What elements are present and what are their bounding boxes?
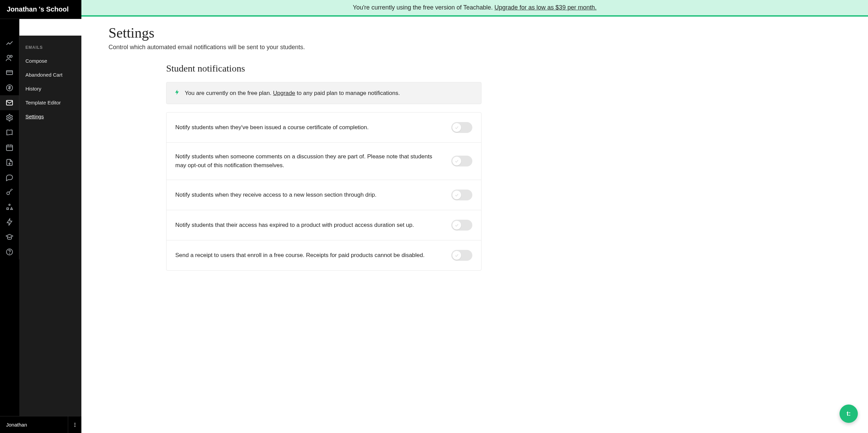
nav-dashboard-icon[interactable] <box>0 36 19 51</box>
nav-comments-icon[interactable] <box>0 170 19 185</box>
toggle-drip[interactable] <box>451 190 472 200</box>
upgrade-banner: You're currently using the free version … <box>81 0 868 17</box>
svg-point-12 <box>7 192 9 195</box>
setting-row-access-expired: Notify students that their access has ex… <box>166 210 481 240</box>
nav-sales-icon[interactable] <box>0 80 19 95</box>
sidebar-item-compose[interactable]: Compose <box>19 54 81 68</box>
main-content: Settings Control which automated email n… <box>81 17 868 433</box>
sidebar-item-history[interactable]: History <box>19 82 81 96</box>
svg-point-0 <box>7 55 10 58</box>
toggle-receipt[interactable] <box>451 250 472 261</box>
svg-point-20 <box>74 424 75 425</box>
nav-power-icon[interactable] <box>0 215 19 230</box>
sidebar-item-settings[interactable]: Settings <box>19 110 81 123</box>
emails-sub-sidebar: EMAILS Compose Abandoned Cart History Te… <box>19 36 81 433</box>
notice-text: You are currently on the free plan. Upgr… <box>185 90 400 97</box>
setting-label: Notify students when they receive access… <box>175 191 441 199</box>
svg-rect-14 <box>7 208 8 210</box>
svg-rect-2 <box>6 71 13 75</box>
setting-row-discussion: Notify students when someone comments on… <box>166 143 481 180</box>
user-name[interactable]: Jonathan <box>0 422 68 428</box>
chat-fab-label: t: <box>847 410 851 417</box>
setting-label: Notify students when someone comments on… <box>175 152 441 170</box>
svg-point-18 <box>9 254 10 254</box>
nav-calendar-icon[interactable] <box>0 140 19 155</box>
nav-apps-icon[interactable] <box>0 200 19 215</box>
nav-emails-icon[interactable] <box>0 95 19 110</box>
nav-site-icon[interactable] <box>0 65 19 80</box>
nav-courses-icon[interactable] <box>0 125 19 140</box>
setting-label: Send a receipt to users that enroll in a… <box>175 251 441 260</box>
user-footer: Jonathan <box>0 416 81 433</box>
settings-list: Notify students when they've been issued… <box>166 112 481 271</box>
chat-fab[interactable]: t: <box>840 405 858 423</box>
svg-marker-22 <box>175 90 179 95</box>
notice-before: You are currently on the free plan. <box>185 90 273 96</box>
svg-point-13 <box>9 204 10 205</box>
notice-upgrade-link[interactable]: Upgrade <box>273 90 295 96</box>
nav-help-icon[interactable] <box>0 244 19 259</box>
nav-learn-icon[interactable] <box>0 230 19 244</box>
toggle-access-expired[interactable] <box>451 220 472 231</box>
nav-pages-icon[interactable] <box>0 155 19 170</box>
nav-integrations-icon[interactable] <box>0 185 19 200</box>
svg-marker-16 <box>7 219 12 225</box>
sidebar-item-template-editor[interactable]: Template Editor <box>19 96 81 110</box>
toggle-discussion[interactable] <box>451 156 472 166</box>
user-menu-button[interactable] <box>68 416 81 433</box>
svg-rect-7 <box>6 145 13 151</box>
school-name: Jonathan 's School <box>7 5 69 13</box>
setting-row-drip: Notify students when they receive access… <box>166 180 481 210</box>
setting-row-certificate: Notify students when they've been issued… <box>166 113 481 143</box>
setting-label: Notify students when they've been issued… <box>175 123 441 132</box>
sub-sidebar-heading: EMAILS <box>19 42 81 54</box>
sidebar-item-abandoned-cart[interactable]: Abandoned Cart <box>19 68 81 82</box>
nav-users-icon[interactable] <box>0 51 19 65</box>
notice-after: to any paid plan to manage notifications… <box>295 90 400 96</box>
toggle-certificate[interactable] <box>451 122 472 133</box>
svg-point-21 <box>74 426 75 427</box>
banner-text: You're currently using the free version … <box>353 4 495 11</box>
setting-label: Notify students that their access has ex… <box>175 221 441 230</box>
school-title-bar[interactable]: Jonathan 's School <box>0 0 81 19</box>
svg-point-6 <box>8 117 11 119</box>
svg-marker-15 <box>11 208 13 210</box>
bolt-icon <box>174 88 180 98</box>
svg-point-1 <box>10 55 12 57</box>
icon-rail <box>0 17 19 433</box>
page-title: Settings <box>108 25 481 41</box>
upgrade-notice: You are currently on the free plan. Upgr… <box>166 82 481 104</box>
section-title: Student notifications <box>166 63 481 74</box>
svg-point-19 <box>74 423 75 424</box>
setting-row-receipt: Send a receipt to users that enroll in a… <box>166 240 481 270</box>
page-subtitle: Control which automated email notificati… <box>108 44 481 51</box>
nav-settings-icon[interactable] <box>0 110 19 125</box>
banner-upgrade-link[interactable]: Upgrade for as low as $39 per month. <box>494 4 596 11</box>
